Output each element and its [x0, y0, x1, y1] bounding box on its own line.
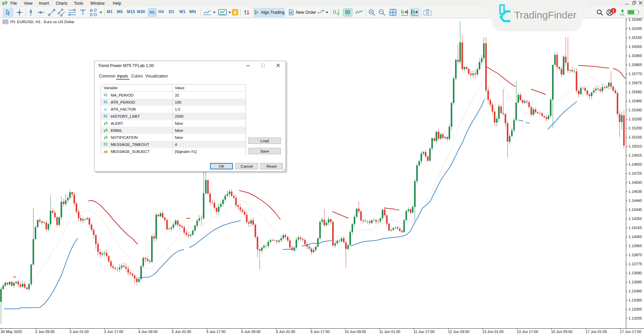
svg-text:LVL: LVL — [620, 13, 625, 16]
svg-text:$: $ — [234, 10, 237, 15]
svg-text:1: 1 — [338, 9, 340, 12]
